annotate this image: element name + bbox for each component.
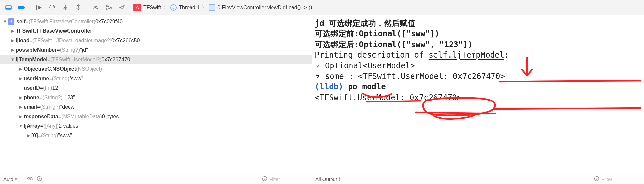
- breakpoint-icon[interactable]: [16, 3, 28, 12]
- variable-name: responseData: [24, 114, 58, 120]
- variable-row[interactable]: ▶possibleNumber = (String?) "jd": [0, 45, 312, 55]
- variable-type: (String?): [42, 95, 62, 101]
- variables-filter-input[interactable]: [269, 176, 309, 182]
- disclosure-triangle-icon[interactable]: ▶: [10, 47, 15, 52]
- chevron-right-icon: 〉: [202, 4, 207, 11]
- variable-type: (NSObject): [76, 66, 102, 72]
- toggle-debug-area-icon[interactable]: [3, 3, 14, 12]
- info-icon[interactable]: i: [37, 176, 42, 182]
- svg-point-5: [65, 9, 66, 10]
- console-line: self.ljTempModel: [429, 50, 504, 60]
- thread-label[interactable]: Thread 1: [179, 5, 200, 10]
- app-name[interactable]: TFSwift: [143, 5, 161, 10]
- svg-point-15: [137, 6, 138, 6]
- disclosure-triangle-icon[interactable]: ▼: [3, 19, 7, 24]
- variables-bottombar: Auto ▲▼ i: [0, 174, 312, 184]
- variable-name: ljload: [16, 38, 30, 44]
- variable-row[interactable]: ▶ObjectiveC.NSObject (NSObject): [0, 64, 312, 74]
- location-icon[interactable]: [116, 3, 128, 12]
- variable-row[interactable]: ▼ljTempModel = (TFSwift.UserModel?) 0x7c…: [0, 55, 312, 64]
- variables-tree[interactable]: ▼Aself = (TFSwift.FirstViewController) 0…: [0, 15, 312, 174]
- console-line: :: [504, 50, 509, 60]
- variable-name: phone: [24, 95, 39, 101]
- variable-value: 12: [52, 85, 58, 91]
- variable-row[interactable]: ▶userName = (String) "sww": [0, 74, 312, 83]
- console-line: ▿ some : <TFSwift.UserModel: 0x7c267470>: [315, 71, 641, 82]
- variable-row[interactable]: ▶[0] = (String) "sww": [0, 131, 312, 140]
- debug-toolbar: TFSwift 〉 ≡ Thread 1 〉 0 FirstViewContro…: [0, 0, 644, 15]
- svg-point-8: [78, 9, 79, 10]
- variable-type: (String): [52, 76, 69, 82]
- eye-icon[interactable]: [27, 176, 33, 182]
- equals-sign: =: [40, 123, 43, 129]
- console-line: <TFSwift.UserModel: 0x7c267470>: [315, 92, 641, 103]
- variable-value: 2 values: [59, 123, 78, 129]
- variable-type: (String?): [60, 47, 80, 53]
- disclosure-triangle-icon[interactable]: ▶: [18, 76, 23, 81]
- variable-value: 0x7c267470: [102, 57, 130, 63]
- svg-line-13: [107, 6, 111, 8]
- console-output[interactable]: http:// l .c jd 可选绑定成功，然后赋值 可选绑定前:Option…: [312, 15, 644, 174]
- variable-row[interactable]: ▶ljload = (TFSwift.LJDownLoadNetImage?) …: [0, 36, 312, 45]
- step-over-icon[interactable]: [46, 3, 58, 12]
- console-filter-input[interactable]: [601, 176, 641, 182]
- console-line: 可选绑定成功，然后赋值: [329, 19, 415, 28]
- variable-name: self: [16, 19, 26, 25]
- variable-name: possibleNumber: [16, 47, 57, 53]
- scope-selector[interactable]: Auto ▲▼: [3, 176, 17, 182]
- equals-sign: =: [40, 85, 43, 91]
- variable-type: (NSMutableData): [61, 114, 102, 120]
- disclosure-triangle-icon[interactable]: ▶: [10, 28, 15, 33]
- disclosure-triangle-icon[interactable]: ▶: [18, 95, 23, 100]
- variable-value: 0x7c029f40: [95, 19, 123, 25]
- variable-row[interactable]: ▶TFSwift.TFBaseViewController: [0, 26, 312, 36]
- variable-row[interactable]: ▶phone = (String?) "123": [0, 93, 312, 102]
- disclosure-triangle-icon[interactable]: ▶: [18, 114, 23, 119]
- console-line: 可选绑定前:Optional(["sww"]): [315, 28, 641, 39]
- disclosure-triangle-icon[interactable]: ▶: [26, 133, 31, 138]
- variables-pane: ▼Aself = (TFSwift.FirstViewController) 0…: [0, 15, 312, 184]
- lldb-command: po modle: [348, 82, 386, 91]
- console-pane: http:// l .c jd 可选绑定成功，然后赋值 可选绑定前:Option…: [312, 15, 644, 184]
- variable-name: ljTempModel: [16, 57, 48, 63]
- variable-name: ObjectiveC.NSObject: [24, 66, 76, 72]
- equals-sign: =: [37, 104, 40, 110]
- equals-sign: =: [38, 133, 41, 138]
- equals-sign: =: [57, 47, 60, 53]
- disclosure-triangle-icon[interactable]: ▶: [18, 66, 23, 71]
- disclosure-triangle-icon[interactable]: ▶: [18, 104, 23, 109]
- separator: [87, 4, 87, 11]
- variable-row[interactable]: ▶email = (String?) "deew": [0, 102, 312, 112]
- variable-type: (Int): [43, 85, 52, 91]
- console-line: ▿ Optional<UserModel>: [315, 61, 641, 71]
- stack-breadcrumb: TFSwift 〉 ≡ Thread 1 〉 0 FirstViewContro…: [133, 4, 312, 11]
- variable-row[interactable]: ▼ljArray = ([Any]) 2 values: [0, 121, 312, 131]
- variable-row[interactable]: ▼Aself = (TFSwift.FirstViewController) 0…: [0, 17, 312, 26]
- variable-type: (TFSwift.FirstViewController): [29, 19, 95, 25]
- variable-value: "123": [63, 95, 75, 101]
- filter-icon: [262, 176, 267, 182]
- variable-name: email: [24, 104, 37, 110]
- view-debugger-icon[interactable]: [90, 3, 102, 12]
- memory-graph-icon[interactable]: [103, 3, 115, 12]
- variable-value: 0x7c266c50: [111, 38, 140, 44]
- variable-row[interactable]: ▶responseData = (NSMutableData) 0 bytes: [0, 112, 312, 121]
- console-line: jd: [315, 19, 329, 28]
- svg-point-11: [106, 9, 107, 10]
- step-into-icon[interactable]: [59, 3, 71, 12]
- variable-type: (TFSwift.UserModel?): [50, 57, 102, 63]
- disclosure-triangle-icon[interactable]: ▼: [18, 123, 23, 128]
- continue-icon[interactable]: [33, 3, 45, 12]
- disclosure-triangle-icon[interactable]: ▶: [10, 38, 15, 43]
- console-bottombar: All Output ▲▼: [312, 174, 644, 184]
- separator: [22, 175, 22, 183]
- output-label: All Output: [315, 176, 337, 182]
- step-out-icon[interactable]: [72, 3, 84, 12]
- variable-type: (String?): [40, 104, 60, 110]
- output-selector[interactable]: All Output ▲▼: [315, 176, 341, 182]
- variable-row[interactable]: userID = (Int) 12: [0, 83, 312, 93]
- disclosure-triangle-icon[interactable]: ▼: [10, 57, 15, 62]
- stackframe-label[interactable]: 0 FirstViewController.viewDidLoad() -> (…: [217, 5, 312, 10]
- svg-point-12: [111, 7, 112, 8]
- variable-name: TFSwift.TFBaseViewController: [16, 28, 92, 34]
